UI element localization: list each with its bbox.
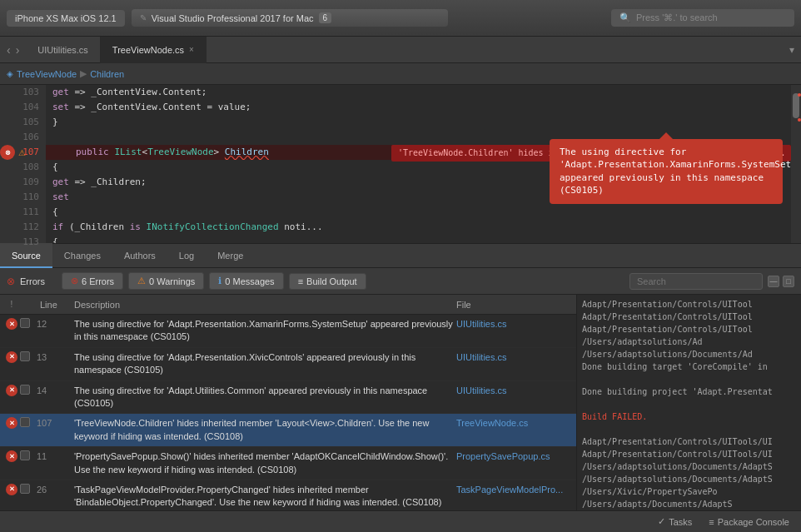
tasks-check-icon: ✓ xyxy=(658,516,665,527)
line-numbers: 103 104 105 106 107 108 109 110 111 112 … xyxy=(0,85,46,243)
console-line: /Users/adaptsolutions/Ad xyxy=(582,336,796,348)
row-check[interactable] xyxy=(20,450,37,460)
error-badge: 6 xyxy=(319,12,332,23)
app-tab-title: Visual Studio Professional 2017 for Mac xyxy=(152,13,314,23)
table-row[interactable]: ✕ 12 The using directive for 'Adapt.Pres… xyxy=(0,315,576,348)
tab-changes[interactable]: Changes xyxy=(52,243,112,268)
row-line-num: 107 xyxy=(37,417,74,428)
tooltip-arrow xyxy=(659,132,673,139)
tab-treeviewnode-label: TreeViewNode.cs xyxy=(112,45,184,55)
errors-count-btn[interactable]: ⊗ 6 Errors xyxy=(62,272,123,290)
checkbox[interactable] xyxy=(20,351,30,361)
row-err-icon: ✕ xyxy=(3,417,20,429)
row-file: PropertySavePopup.cs xyxy=(456,450,573,461)
maximize-btn[interactable]: □ xyxy=(783,276,794,287)
row-check[interactable] xyxy=(20,318,37,328)
warnings-count-btn[interactable]: ⚠ 0 Warnings xyxy=(128,272,204,290)
file-tabs-bar: ‹ › UIUtilities.cs TreeViewNode.cs × ▾ xyxy=(0,37,801,63)
checkbox[interactable] xyxy=(20,450,30,460)
row-description: The using directive for 'Adapt.Presentat… xyxy=(74,318,456,344)
messages-icon: ℹ xyxy=(218,276,221,286)
breadcrumb-treeviewnode[interactable]: TreeViewNode xyxy=(17,69,77,79)
row-err-icon: ✕ xyxy=(3,385,20,396)
tab-uitilities[interactable]: UIUtilities.cs xyxy=(26,37,101,63)
row-line-num: 13 xyxy=(37,351,74,362)
tabs-chevron[interactable]: ▾ xyxy=(783,44,801,56)
row-check[interactable] xyxy=(20,417,37,427)
row-file: TreeViewNode.cs xyxy=(456,417,573,428)
checkbox[interactable] xyxy=(20,484,30,494)
console-line: Adapt/Presentation/Controls/UITool xyxy=(582,311,796,323)
breadcrumb: ◈ TreeViewNode ▶ Children xyxy=(0,63,801,85)
errors-main: ! Line Description File ✕ 12 The using d… xyxy=(0,295,801,510)
console-line xyxy=(582,398,796,410)
search-icon: 🔍 xyxy=(619,12,631,23)
checkbox[interactable] xyxy=(20,385,30,395)
tab-close-icon[interactable]: × xyxy=(189,45,194,54)
tab-log[interactable]: Log xyxy=(167,243,206,268)
top-bar: iPhone XS Max iOS 12.1 ✎ Visual Studio P… xyxy=(0,0,801,37)
tooltip-text: The using directive for 'Adapt.Presentat… xyxy=(560,147,791,196)
error-circle: ✕ xyxy=(6,351,17,363)
window-controls: — □ xyxy=(768,276,794,287)
device-tab[interactable]: iPhone XS Max iOS 12.1 xyxy=(7,10,125,27)
console-line: /Users/adaptsolutions/Documents/AdaptS xyxy=(582,460,796,473)
row-err-icon: ✕ xyxy=(3,318,20,330)
messages-count-btn[interactable]: ℹ 0 Messages xyxy=(209,272,283,290)
code-scrollbar[interactable] xyxy=(791,85,801,243)
tab-authors[interactable]: Authors xyxy=(112,243,167,268)
search-placeholder: Press '⌘.' to search xyxy=(636,12,718,23)
table-row-selected[interactable]: ✕ 107 'TreeViewNode.Children' hides inhe… xyxy=(0,414,576,447)
errors-list-container: ! Line Description File ✕ 12 The using d… xyxy=(0,295,576,510)
warnings-count-label: 0 Warnings xyxy=(149,276,195,286)
minimize-btn[interactable]: — xyxy=(768,276,779,287)
console-line xyxy=(582,373,796,385)
row-file: UIUtilities.cs xyxy=(456,318,573,329)
console-line-failed: Build FAILED. xyxy=(582,410,796,423)
console-line: Done building project 'Adapt.Presentat xyxy=(582,385,796,398)
tab-treeviewnode[interactable]: TreeViewNode.cs × xyxy=(101,37,206,63)
row-check[interactable] xyxy=(20,385,37,395)
errors-search-input[interactable] xyxy=(629,273,763,290)
warning-icon-107: ⚠ xyxy=(15,145,28,160)
error-circle: ✕ xyxy=(6,385,17,396)
code-line-105: } xyxy=(46,115,791,130)
console-icon: ≡ xyxy=(709,517,714,527)
row-check[interactable] xyxy=(20,351,37,361)
table-row[interactable]: ✕ 26 'TaskPageViewModelProvider.Property… xyxy=(0,480,576,510)
table-row[interactable]: ✕ 14 The using directive for 'Adapt.Util… xyxy=(0,381,576,415)
row-err-icon: ✕ xyxy=(3,484,20,495)
table-row[interactable]: ✕ 13 The using directive for 'Adapt.Pres… xyxy=(0,348,576,381)
console-label: Package Console xyxy=(718,517,789,527)
nav-forward[interactable]: › xyxy=(14,43,22,57)
tab-merge[interactable]: Merge xyxy=(206,243,255,268)
build-icon: ≡ xyxy=(298,276,303,286)
checkbox[interactable] xyxy=(20,417,30,427)
checkbox[interactable] xyxy=(20,318,30,328)
errors-panel-title: Errors xyxy=(20,276,45,286)
row-err-icon: ✕ xyxy=(3,450,20,462)
console-line: Adapt/Presentation/Controls/UITools/UI xyxy=(582,448,796,460)
build-output-btn[interactable]: ≡ Build Output xyxy=(289,273,366,290)
scrollbar-error-1 xyxy=(798,93,801,97)
search-bar[interactable]: 🔍 Press '⌘.' to search xyxy=(611,9,794,27)
scrollbar-thumb[interactable] xyxy=(793,93,799,118)
tasks-status-item[interactable]: ✓ Tasks xyxy=(653,516,697,527)
nav-arrows: ‹ › xyxy=(0,43,26,57)
nav-back[interactable]: ‹ xyxy=(5,43,12,57)
console-line: Done building target 'CoreCompile' in xyxy=(582,360,796,373)
console-status-item[interactable]: ≡ Package Console xyxy=(704,517,794,527)
col-header-file: File xyxy=(456,300,573,310)
app-tab[interactable]: ✎ Visual Studio Professional 2017 for Ma… xyxy=(132,9,448,27)
status-bar: ✓ Tasks ≡ Package Console xyxy=(0,510,801,532)
row-description: The using directive for 'Adapt.Presentat… xyxy=(74,351,456,377)
row-line-num: 11 xyxy=(37,450,74,461)
row-description: 'TaskPageViewModelProvider.PropertyChang… xyxy=(74,484,456,510)
table-row[interactable]: ✕ 11 'PropertySavePopup.Show()' hides in… xyxy=(0,447,576,480)
console-line: /Users/adapts/Documents/AdaptS xyxy=(582,498,796,510)
error-circle: ✕ xyxy=(6,417,17,429)
breadcrumb-children[interactable]: Children xyxy=(90,69,124,79)
error-circle: ✕ xyxy=(6,484,17,495)
bottom-panel: ⊗ Errors ⊗ 6 Errors ⚠ 0 Warnings ℹ 0 Mes… xyxy=(0,268,801,532)
row-check[interactable] xyxy=(20,484,37,494)
